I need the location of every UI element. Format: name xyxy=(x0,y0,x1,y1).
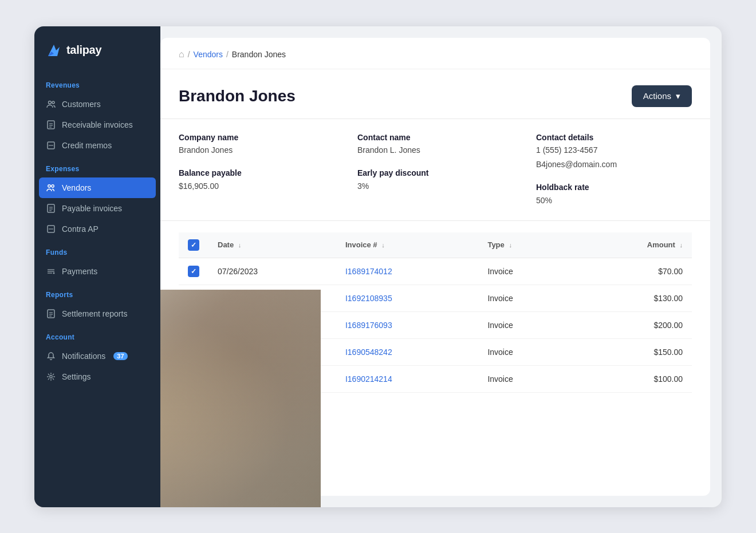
invoice-sort-icon: ↓ xyxy=(381,242,385,248)
actions-label: Actions xyxy=(643,91,671,101)
sidebar: talipay Revenues Customers xyxy=(34,26,160,507)
holdback-rate-value: 50% xyxy=(536,195,692,207)
breadcrumb-vendors-link[interactable]: Vendors xyxy=(194,50,223,59)
svg-rect-4 xyxy=(48,121,54,129)
early-pay-discount-value: 3% xyxy=(357,180,513,192)
sidebar-item-customers[interactable]: Customers xyxy=(34,94,160,115)
credit-memos-icon xyxy=(46,140,56,151)
payable-invoices-icon xyxy=(46,203,56,214)
breadcrumb-sep-2: / xyxy=(226,50,229,59)
invoice-link-0[interactable]: I1689174012 xyxy=(345,267,392,276)
sidebar-customers-label: Customers xyxy=(62,100,101,109)
svg-point-21 xyxy=(53,272,55,274)
sidebar-contra-ap-label: Contra AP xyxy=(62,224,99,234)
sidebar-settlement-reports-label: Settlement reports xyxy=(62,309,127,318)
row-type-0: Invoice xyxy=(478,258,574,285)
logo-text: talipay xyxy=(66,44,101,57)
svg-rect-12 xyxy=(48,204,54,212)
row-date-0: 07/26/2023 xyxy=(208,258,336,285)
sidebar-item-credit-memos[interactable]: Credit memos xyxy=(34,135,160,156)
row-amount-0: $70.00 xyxy=(574,258,692,285)
payments-icon xyxy=(46,266,56,277)
table-header-amount[interactable]: Amount ↓ xyxy=(574,232,692,258)
row-type-1: Invoice xyxy=(478,285,574,311)
svg-point-3 xyxy=(52,101,54,104)
row-type-3: Invoice xyxy=(478,338,574,365)
table-header-checkbox[interactable] xyxy=(179,232,208,258)
svg-point-10 xyxy=(48,184,50,187)
table-header-date[interactable]: Date ↓ xyxy=(208,232,336,258)
notifications-icon xyxy=(46,351,56,361)
row-amount-3: $150.00 xyxy=(574,338,692,365)
contra-ap-icon xyxy=(46,224,56,234)
balance-payable-label: Balance payable xyxy=(179,168,242,177)
actions-button[interactable]: Actions ▾ xyxy=(632,85,692,107)
vendor-header: Brandon Jones Actions ▾ xyxy=(160,69,710,119)
sidebar-item-contra-ap[interactable]: Contra AP xyxy=(34,219,160,239)
company-name-group: Company name Brandon Jones Balance payab… xyxy=(179,133,334,207)
notifications-badge: 37 xyxy=(113,352,127,360)
sidebar-item-receivable-invoices[interactable]: Receivable invoices xyxy=(34,115,160,135)
header-checkbox[interactable] xyxy=(188,239,199,251)
svg-point-26 xyxy=(50,375,52,377)
logo-icon xyxy=(46,42,62,58)
vendor-details: Company name Brandon Jones Balance payab… xyxy=(160,119,710,221)
sidebar-credit-memos-label: Credit memos xyxy=(62,141,112,150)
row-invoice-1: I1692108935 xyxy=(336,285,478,311)
sidebar-item-payments[interactable]: Payments xyxy=(34,261,160,282)
company-name-label: Company name xyxy=(179,133,334,142)
reports-section-label: Reports xyxy=(34,282,160,303)
expenses-section-label: Expenses xyxy=(34,156,160,177)
invoice-link-1[interactable]: I1692108935 xyxy=(345,294,392,303)
row-invoice-3: I1690548242 xyxy=(336,338,478,365)
row-invoice-2: I1689176093 xyxy=(336,311,478,338)
company-name-value: Brandon Jones xyxy=(179,144,334,156)
invoice-link-2[interactable]: I1689176093 xyxy=(345,321,392,330)
contact-name-group: Contact name Brandon L. Jones Early pay … xyxy=(357,133,513,207)
actions-chevron-icon: ▾ xyxy=(676,91,680,101)
contact-name-label: Contact name xyxy=(357,133,513,142)
row-invoice-4: I1690214214 xyxy=(336,365,478,392)
table-header-type[interactable]: Type ↓ xyxy=(478,232,574,258)
logo: talipay xyxy=(34,26,160,72)
invoice-link-4[interactable]: I1690214214 xyxy=(345,374,392,384)
sidebar-item-settings[interactable]: Settings xyxy=(34,366,160,387)
funds-section-label: Funds xyxy=(34,239,160,261)
table-row: 07/26/2023 I1689174012 Invoice $70.00 xyxy=(179,258,692,285)
settlement-reports-icon xyxy=(46,309,56,319)
contact-details-label: Contact details xyxy=(536,133,692,142)
revenues-section-label: Revenues xyxy=(34,72,160,94)
early-pay-discount-label: Early pay discount xyxy=(357,168,428,177)
table-header-invoice[interactable]: Invoice # ↓ xyxy=(336,232,478,258)
sidebar-payments-label: Payments xyxy=(62,267,97,276)
customers-icon xyxy=(46,99,56,109)
balance-payable-value: $16,905.00 xyxy=(179,180,334,192)
sidebar-item-vendors[interactable]: Vendors xyxy=(39,177,156,198)
date-sort-icon: ↓ xyxy=(238,242,242,248)
home-icon[interactable]: ⌂ xyxy=(179,49,184,60)
svg-point-2 xyxy=(49,101,52,104)
invoice-link-3[interactable]: I1690548242 xyxy=(345,348,392,357)
breadcrumb-sep-1: / xyxy=(188,50,190,59)
sidebar-payable-invoices-label: Payable invoices xyxy=(62,204,122,213)
contact-email: B4jones@domain.com xyxy=(536,159,692,171)
table-header-row: Date ↓ Invoice # ↓ Type ↓ Amount ↓ xyxy=(179,232,692,258)
settings-icon xyxy=(46,372,56,382)
sidebar-item-payable-invoices[interactable]: Payable invoices xyxy=(34,198,160,219)
svg-point-11 xyxy=(52,184,54,187)
contact-name-value: Brandon L. Jones xyxy=(357,144,513,156)
sidebar-item-notifications[interactable]: Notifications 37 xyxy=(34,346,160,366)
sidebar-item-settlement-reports[interactable]: Settlement reports xyxy=(34,303,160,324)
contact-phone: 1 (555) 123-4567 xyxy=(536,144,692,156)
vendors-icon xyxy=(46,183,56,193)
vendor-name: Brandon Jones xyxy=(179,87,296,105)
sidebar-receivable-invoices-label: Receivable invoices xyxy=(62,120,133,129)
account-section-label: Account xyxy=(34,324,160,346)
row-checkbox-0[interactable] xyxy=(188,266,199,277)
row-amount-1: $130.00 xyxy=(574,285,692,311)
contact-details-group: Contact details 1 (555) 123-4567 B4jones… xyxy=(536,133,692,207)
row-type-2: Invoice xyxy=(478,311,574,338)
sidebar-settings-label: Settings xyxy=(62,372,91,381)
holdback-rate-label: Holdback rate xyxy=(536,183,589,192)
row-amount-2: $200.00 xyxy=(574,311,692,338)
